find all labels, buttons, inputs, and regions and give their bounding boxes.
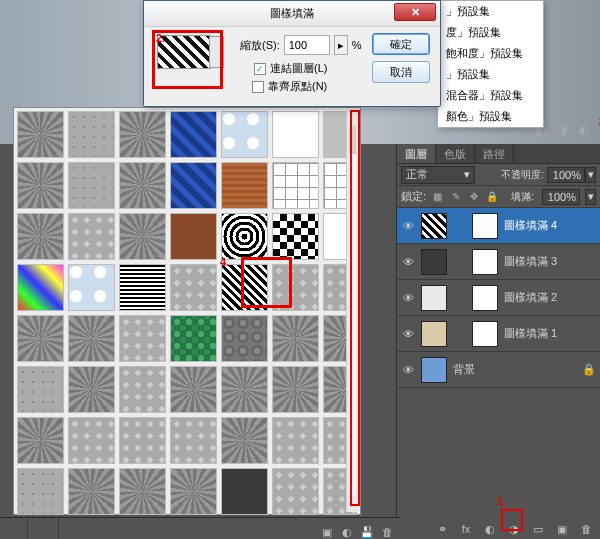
pattern-swatch[interactable] [17, 162, 64, 209]
layer-name[interactable]: 背景 [453, 362, 475, 377]
tab-channels[interactable]: 色版 [436, 144, 475, 163]
fill-dropdown-icon[interactable]: ▾ [585, 189, 596, 205]
fx-icon[interactable]: fx [458, 521, 474, 537]
pattern-swatch[interactable] [272, 366, 319, 413]
pattern-swatch[interactable] [170, 162, 217, 209]
pattern-swatch[interactable] [272, 213, 319, 260]
pattern-swatch[interactable] [272, 162, 319, 209]
pattern-swatch[interactable] [119, 468, 166, 515]
ok-button[interactable]: 確定 [372, 33, 430, 55]
pattern-swatch[interactable] [170, 468, 217, 515]
pattern-swatch[interactable] [170, 315, 217, 362]
status-icon[interactable]: 💾 [360, 525, 374, 539]
pattern-swatch[interactable] [170, 111, 217, 158]
layer-thumbnail[interactable] [421, 213, 447, 239]
visibility-eye-icon[interactable]: 👁 [401, 364, 415, 376]
visibility-eye-icon[interactable]: 👁 [401, 328, 415, 340]
new-layer-icon[interactable]: ▣ [554, 521, 570, 537]
fill-input[interactable]: 100% [542, 189, 580, 205]
layer-row[interactable]: 👁背景🔒 [397, 352, 600, 388]
lock-transparency-icon[interactable]: ▦ [431, 190, 444, 203]
pattern-swatch[interactable] [221, 213, 268, 260]
pattern-swatch[interactable] [17, 315, 64, 362]
group-icon[interactable]: ▭ [530, 521, 546, 537]
pattern-swatch[interactable] [221, 315, 268, 362]
pattern-swatch[interactable] [68, 417, 115, 464]
snap-origin-button[interactable] [252, 81, 264, 93]
mini-icon[interactable]: ◑ [554, 122, 570, 138]
layer-row[interactable]: 👁圖樣填滿 1 [397, 316, 600, 352]
pattern-swatch[interactable] [221, 468, 268, 515]
pattern-swatch[interactable] [221, 162, 268, 209]
pattern-swatch[interactable] [170, 213, 217, 260]
scale-input[interactable]: 100 [284, 35, 330, 55]
cancel-button[interactable]: 取消 [372, 61, 430, 83]
pattern-swatch[interactable] [119, 162, 166, 209]
opacity-input[interactable]: 100% [547, 167, 585, 183]
status-icon[interactable]: ▣ [320, 525, 334, 539]
layer-thumbnail[interactable] [421, 249, 447, 275]
pattern-swatch[interactable] [170, 264, 217, 311]
blend-mode-dropdown[interactable]: 正常 ▾ [401, 166, 475, 184]
layer-mask-thumbnail[interactable] [472, 249, 498, 275]
pattern-swatch[interactable] [68, 366, 115, 413]
pattern-swatch[interactable] [119, 213, 166, 260]
layer-mask-icon[interactable]: ◐ [482, 521, 498, 537]
pattern-swatch[interactable] [68, 468, 115, 515]
pattern-swatch[interactable] [68, 315, 115, 362]
layer-name[interactable]: 圖樣填滿 1 [504, 326, 557, 341]
link-layer-checkbox[interactable]: ✓ [254, 63, 266, 75]
layer-name[interactable]: 圖樣填滿 4 [504, 218, 557, 233]
pattern-swatch[interactable] [68, 111, 115, 158]
preset-item[interactable]: 度」預設集 [438, 22, 543, 43]
opacity-dropdown-icon[interactable]: ▾ [585, 167, 596, 183]
pattern-swatch[interactable] [119, 315, 166, 362]
layer-name[interactable]: 圖樣填滿 3 [504, 254, 557, 269]
layer-row[interactable]: 👁圖樣填滿 3 [397, 244, 600, 280]
lock-all-icon[interactable]: 🔒 [485, 190, 498, 203]
visibility-eye-icon[interactable]: 👁 [401, 220, 415, 232]
layer-mask-thumbnail[interactable] [472, 321, 498, 347]
visibility-eye-icon[interactable]: 👁 [401, 256, 415, 268]
pattern-swatch[interactable] [272, 315, 319, 362]
pattern-swatch[interactable] [170, 417, 217, 464]
pattern-swatch[interactable] [221, 417, 268, 464]
layer-thumbnail[interactable] [421, 285, 447, 311]
preset-item[interactable]: 混合器」預設集 [438, 85, 543, 106]
layer-thumbnail[interactable] [421, 357, 447, 383]
pattern-swatch[interactable] [119, 366, 166, 413]
lock-move-icon[interactable]: ✥ [467, 190, 480, 203]
pattern-swatch[interactable] [17, 417, 64, 464]
layer-name[interactable]: 圖樣填滿 2 [504, 290, 557, 305]
pattern-swatch[interactable] [68, 213, 115, 260]
layer-row[interactable]: 👁圖樣填滿 2 [397, 280, 600, 316]
pattern-swatch[interactable] [17, 111, 64, 158]
preset-item[interactable]: 飽和度」預設集 [438, 43, 543, 64]
pattern-swatch[interactable] [272, 111, 319, 158]
lock-brush-icon[interactable]: ✎ [449, 190, 462, 203]
visibility-eye-icon[interactable]: 👁 [401, 292, 415, 304]
pattern-swatch[interactable] [119, 417, 166, 464]
pattern-swatch[interactable] [221, 111, 268, 158]
link-layers-icon[interactable]: ⚭ [434, 521, 450, 537]
close-button[interactable]: ✕ [394, 3, 436, 21]
pattern-swatch[interactable] [17, 468, 64, 515]
pattern-swatch[interactable] [68, 162, 115, 209]
pattern-swatch[interactable] [68, 264, 115, 311]
pattern-swatch[interactable] [272, 417, 319, 464]
preset-item[interactable]: 顏色」預設集 [438, 106, 543, 127]
pattern-swatch[interactable] [119, 264, 166, 311]
pattern-swatch[interactable] [119, 111, 166, 158]
scale-stepper[interactable]: ▸ [334, 35, 348, 55]
status-icon[interactable]: 🗑 [380, 525, 394, 539]
pattern-swatch[interactable] [272, 468, 319, 515]
tab-paths[interactable]: 路徑 [475, 144, 514, 163]
dialog-titlebar[interactable]: 圖樣填滿 ✕ [144, 1, 440, 27]
layer-mask-thumbnail[interactable] [472, 213, 498, 239]
trash-icon[interactable]: 🗑 [578, 521, 594, 537]
layer-row[interactable]: 👁圖樣填滿 4 [397, 208, 600, 244]
pattern-swatch[interactable] [17, 366, 64, 413]
layer-mask-thumbnail[interactable] [472, 285, 498, 311]
pattern-swatch[interactable] [17, 264, 64, 311]
preset-item[interactable]: 」預設集 [438, 64, 543, 85]
